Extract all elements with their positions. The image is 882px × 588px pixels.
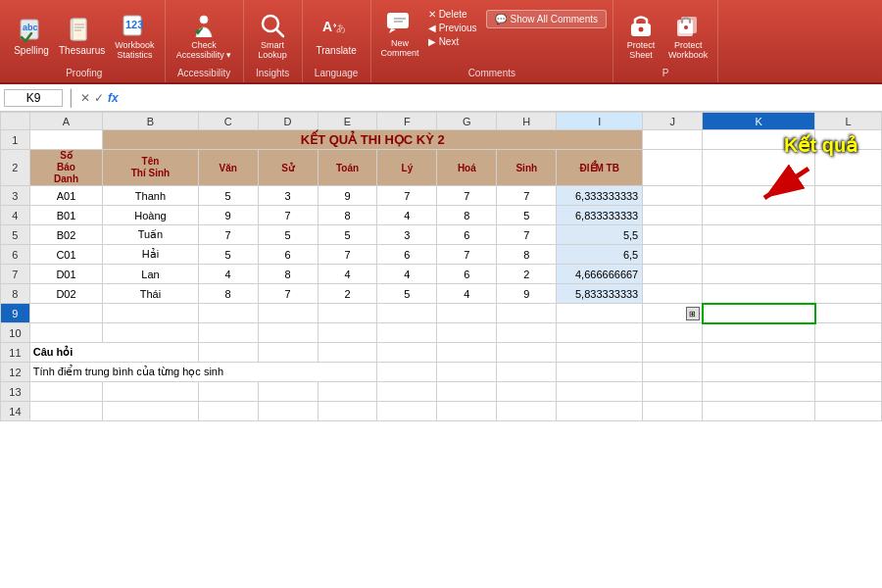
cell-c2[interactable]: Văn [198, 150, 258, 186]
cell-g12[interactable] [437, 363, 497, 382]
cell-i3[interactable]: 6,333333333 [557, 186, 643, 206]
cell-d8[interactable]: 7 [258, 284, 318, 304]
cell-b9[interactable] [103, 304, 198, 323]
cell-i2[interactable]: ĐIỂM TB [557, 150, 643, 186]
cell-g4[interactable]: 8 [437, 206, 497, 225]
cell-a3[interactable]: A01 [29, 186, 102, 206]
cell-c13[interactable] [198, 382, 258, 402]
cell-i7[interactable]: 4,666666667 [557, 265, 643, 284]
cell-k8[interactable] [703, 284, 815, 304]
cell-f3[interactable]: 7 [377, 186, 437, 206]
cell-a10[interactable] [29, 323, 102, 343]
cell-h14[interactable] [497, 402, 557, 421]
col-header-k[interactable]: K [703, 113, 815, 130]
cell-l5[interactable] [815, 225, 882, 245]
cell-b5[interactable]: Tuấn [103, 225, 198, 245]
cell-d10[interactable] [258, 323, 318, 343]
cell-d13[interactable] [258, 382, 318, 402]
cell-g11[interactable] [437, 343, 497, 363]
cell-j4[interactable] [643, 206, 703, 225]
cell-reference-box[interactable] [4, 89, 63, 107]
cell-c8[interactable]: 8 [198, 284, 258, 304]
cell-j3[interactable] [643, 186, 703, 206]
cell-b2[interactable]: TênThí Sinh [103, 150, 198, 186]
cell-k2[interactable] [703, 150, 815, 186]
cell-c4[interactable]: 9 [198, 206, 258, 225]
cell-f11[interactable] [377, 343, 437, 363]
cell-l11[interactable] [815, 343, 882, 363]
cell-j6[interactable] [643, 245, 703, 265]
cell-i14[interactable] [557, 402, 643, 421]
cell-j2[interactable] [643, 150, 703, 186]
cell-j10[interactable] [643, 323, 703, 343]
cell-b7[interactable]: Lan [103, 265, 198, 284]
cell-i11[interactable] [557, 343, 643, 363]
cell-c7[interactable]: 4 [198, 265, 258, 284]
cell-k13[interactable] [703, 382, 815, 402]
cell-i6[interactable]: 6,5 [557, 245, 643, 265]
cell-l12[interactable] [815, 363, 882, 382]
cell-a9[interactable] [29, 304, 102, 323]
col-header-b[interactable]: B [103, 113, 198, 130]
cell-g8[interactable]: 4 [437, 284, 497, 304]
cell-d14[interactable] [258, 402, 318, 421]
cell-g9[interactable] [437, 304, 497, 323]
col-header-a[interactable]: A [29, 113, 102, 130]
cell-f7[interactable]: 4 [377, 265, 437, 284]
cell-h9[interactable] [497, 304, 557, 323]
cell-g13[interactable] [437, 382, 497, 402]
cell-a11-cau-hoi[interactable]: Câu hỏi [29, 343, 198, 363]
cell-f9[interactable] [377, 304, 437, 323]
translate-button[interactable]: A あ Translate [312, 12, 360, 59]
cell-l7[interactable] [815, 265, 882, 284]
col-header-c[interactable]: C [198, 113, 258, 130]
cell-d9[interactable] [258, 304, 318, 323]
cell-c14[interactable] [198, 402, 258, 421]
cell-h13[interactable] [497, 382, 557, 402]
cell-e6[interactable]: 7 [318, 245, 377, 265]
smart-lookup-button[interactable]: SmartLookup [251, 8, 294, 63]
cell-b13[interactable] [103, 382, 198, 402]
cell-h8[interactable]: 9 [497, 284, 557, 304]
protect-sheet-button[interactable]: ProtectSheet [619, 8, 662, 63]
cell-e10[interactable] [318, 323, 377, 343]
spelling-button[interactable]: abc Spelling [10, 12, 53, 59]
thesaurus-button[interactable]: Thesaurus [55, 12, 109, 59]
cell-i5[interactable]: 5,5 [557, 225, 643, 245]
cell-a8[interactable]: D02 [29, 284, 102, 304]
cell-b1-title[interactable]: KẾT QUẢ THI HỌC KỲ 2 [103, 130, 643, 150]
workbook-statistics-button[interactable]: 123 WorkbookStatistics [111, 8, 158, 63]
cell-k3[interactable] [703, 186, 815, 206]
cell-d4[interactable]: 7 [258, 206, 318, 225]
cell-k14[interactable] [703, 402, 815, 421]
cell-l14[interactable] [815, 402, 882, 421]
formula-input[interactable] [122, 91, 878, 105]
col-header-j[interactable]: J [643, 113, 703, 130]
cell-c6[interactable]: 5 [198, 245, 258, 265]
cell-f6[interactable]: 6 [377, 245, 437, 265]
cell-d3[interactable]: 3 [258, 186, 318, 206]
check-accessibility-button[interactable]: CheckAccessibility ▾ [172, 8, 236, 63]
cell-g2[interactable]: Hoá [437, 150, 497, 186]
col-header-l[interactable]: L [815, 113, 882, 130]
cell-e13[interactable] [318, 382, 377, 402]
cell-e8[interactable]: 2 [318, 284, 377, 304]
insert-function-icon[interactable]: fx [108, 91, 119, 105]
cell-k12[interactable] [703, 363, 815, 382]
cell-c9[interactable] [198, 304, 258, 323]
cell-h4[interactable]: 5 [497, 206, 557, 225]
cell-a5[interactable]: B02 [29, 225, 102, 245]
cell-i12[interactable] [557, 363, 643, 382]
cell-k1[interactable] [703, 130, 815, 150]
cell-h11[interactable] [497, 343, 557, 363]
cell-h10[interactable] [497, 323, 557, 343]
cell-a12-tinh-diem[interactable]: Tính điểm trung bình của từng học sinh [29, 363, 377, 382]
col-header-g[interactable]: G [437, 113, 497, 130]
cell-c10[interactable] [198, 323, 258, 343]
protect-workbook-button[interactable]: ProtectWorkbook [664, 8, 711, 63]
cell-l9[interactable] [815, 304, 882, 323]
cell-g6[interactable]: 7 [437, 245, 497, 265]
cell-j8[interactable] [643, 284, 703, 304]
cell-b8[interactable]: Thái [103, 284, 198, 304]
cell-e14[interactable] [318, 402, 377, 421]
